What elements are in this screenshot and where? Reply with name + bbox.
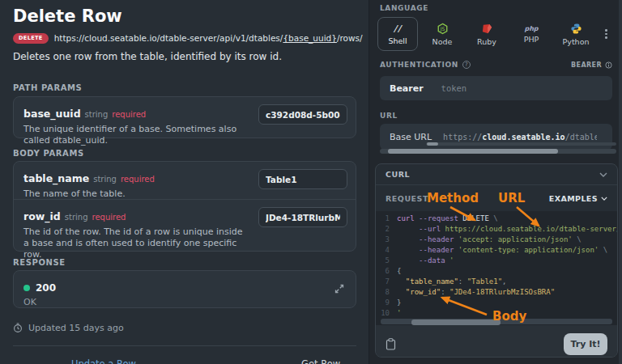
param-name: table_name bbox=[23, 172, 89, 184]
url-scrollbar-thumb[interactable] bbox=[388, 149, 558, 154]
code-text: "table_name": "Table1", bbox=[397, 277, 506, 287]
node-icon: JS bbox=[437, 23, 449, 35]
param-row-table-name: table_namestringrequired The name of the… bbox=[14, 162, 356, 199]
bearer-scheme-label: BEARER bbox=[571, 61, 602, 69]
try-it-button[interactable]: Try It! bbox=[564, 333, 607, 355]
response-heading: RESPONSE bbox=[13, 258, 66, 267]
code-line: 1curl --request DELETE \ bbox=[376, 214, 617, 224]
param-description: The unique identifier of a base. Sometim… bbox=[23, 124, 258, 146]
code-scrollbar-thumb[interactable] bbox=[411, 320, 501, 325]
chevron-down-icon[interactable] bbox=[599, 172, 607, 177]
language-tab-ruby[interactable]: Ruby bbox=[466, 17, 507, 51]
code-line: 3 --header 'accept: application/json' \ bbox=[376, 235, 617, 245]
base-url-field: Base URL https://cloud.seatable.io/dtabl… bbox=[380, 124, 612, 150]
line-number: 10 bbox=[376, 308, 397, 318]
language-tab-label: PHP bbox=[524, 35, 539, 44]
path-params-card: base_uuidstringrequired The unique ident… bbox=[13, 96, 356, 138]
endpoint-url-param-link[interactable]: {base_uuid} bbox=[283, 33, 337, 43]
chevron-down-icon bbox=[601, 197, 607, 201]
endpoint-row: DELETE https://cloud.seatable.io/dtable-… bbox=[13, 33, 361, 44]
param-type: string bbox=[65, 213, 88, 222]
curl-code-block: 1curl --request DELETE \ 2 --url https:/… bbox=[376, 211, 617, 318]
footer-next-link[interactable]: Get Row bbox=[301, 358, 340, 364]
language-tab-node[interactable]: JS Node bbox=[422, 17, 462, 51]
token-input[interactable] bbox=[441, 83, 563, 93]
path-params-heading: PATH PARAMS bbox=[13, 83, 82, 92]
endpoint-description: Deletes one row from the table, identifi… bbox=[13, 51, 282, 62]
svg-text:JS: JS bbox=[439, 25, 445, 32]
code-scrollbar-area bbox=[376, 318, 617, 325]
param-description: The name of the table. bbox=[23, 188, 250, 200]
param-row-base-uuid: base_uuidstringrequired The unique ident… bbox=[14, 97, 356, 154]
updated-row: Updated 15 days ago bbox=[13, 323, 124, 333]
http-method-badge: DELETE bbox=[13, 33, 49, 44]
status-code: 200 bbox=[36, 282, 56, 294]
language-tab-label: Ruby bbox=[477, 37, 496, 46]
code-text: --header 'accept: application/json' \ bbox=[397, 235, 582, 245]
line-number: 6 bbox=[376, 266, 397, 277]
param-type: string bbox=[85, 110, 109, 119]
language-tab-label: Python bbox=[563, 37, 590, 46]
language-tab-python[interactable]: Python bbox=[556, 17, 596, 51]
body-params-card: table_namestringrequired The name of the… bbox=[13, 161, 356, 252]
url-inner-scrollbar-thumb[interactable] bbox=[427, 142, 438, 146]
copy-clipboard-icon[interactable] bbox=[386, 338, 396, 350]
status-label: OK bbox=[23, 297, 346, 307]
language-tab-php[interactable]: php PHP bbox=[511, 17, 552, 51]
param-required-flag: required bbox=[112, 110, 146, 119]
curl-panel: CURL REQUEST EXAMPLES 1curl --request DE… bbox=[375, 163, 618, 358]
examples-dropdown[interactable]: EXAMPLES bbox=[549, 194, 607, 203]
row-id-input[interactable] bbox=[258, 207, 347, 227]
authentication-header-row: AUTHENTICATION ? BEARER bbox=[380, 61, 612, 69]
param-name: row_id bbox=[23, 210, 61, 222]
language-tab-shell[interactable]: // Shell bbox=[377, 17, 418, 51]
line-number: 3 bbox=[376, 235, 397, 245]
line-number: 4 bbox=[376, 245, 397, 256]
body-params-heading: BODY PARAMS bbox=[13, 149, 84, 158]
endpoint-url: https://cloud.seatable.io/dtable-server/… bbox=[54, 33, 363, 43]
code-playground-panel: LANGUAGE // Shell JS Node Ruby php PHP P… bbox=[369, 0, 622, 364]
code-line: 7 "table_name": "Table1", bbox=[376, 277, 617, 287]
base-url-value: https://cloud.seatable.io/dtable-server/… bbox=[443, 133, 597, 142]
auth-help-icon[interactable]: ? bbox=[462, 61, 471, 69]
base-url-scheme: https:// bbox=[443, 133, 482, 142]
code-text: } bbox=[397, 298, 401, 308]
ruby-icon bbox=[481, 23, 493, 35]
table-name-input[interactable] bbox=[258, 169, 347, 189]
python-icon bbox=[570, 23, 582, 35]
code-line: 10' bbox=[376, 308, 617, 318]
endpoint-url-prefix: https://cloud.seatable.io/dtable-server/… bbox=[54, 33, 283, 43]
footer-prev-link[interactable]: Update a Row bbox=[71, 358, 136, 364]
response-card[interactable]: 200 OK bbox=[13, 270, 356, 308]
param-name: base_uuid bbox=[23, 108, 81, 120]
line-number: 5 bbox=[376, 256, 397, 266]
examples-label: EXAMPLES bbox=[549, 194, 598, 203]
more-languages-icon[interactable] bbox=[605, 29, 607, 39]
code-line: 9} bbox=[376, 298, 617, 308]
param-required-flag: required bbox=[92, 213, 126, 222]
url-inner-scrollbar[interactable] bbox=[426, 142, 616, 146]
curl-header[interactable]: CURL bbox=[376, 164, 617, 185]
url-scrollbar[interactable] bbox=[380, 149, 616, 154]
code-text: curl --request DELETE \ bbox=[397, 214, 498, 224]
bearer-info-icon[interactable] bbox=[605, 61, 612, 69]
line-number: 7 bbox=[376, 277, 397, 287]
code-line: 2 --url https://cloud.seatable.io/dtable… bbox=[376, 224, 617, 235]
code-text: { bbox=[397, 266, 401, 277]
expand-response-icon[interactable] bbox=[334, 284, 344, 294]
page-scrollbar[interactable] bbox=[619, 0, 622, 364]
line-number: 9 bbox=[376, 298, 397, 308]
response-row: 200 OK bbox=[14, 271, 356, 315]
code-line: 4 --header 'content-type: application/js… bbox=[376, 245, 617, 256]
code-scrollbar[interactable] bbox=[381, 319, 612, 324]
base-uuid-input[interactable] bbox=[258, 104, 347, 125]
language-heading: LANGUAGE bbox=[380, 4, 428, 12]
base-url-host: cloud.seatable.io bbox=[482, 133, 564, 142]
param-required-flag: required bbox=[121, 175, 155, 184]
page-title: Delete Row bbox=[13, 6, 122, 26]
line-number: 2 bbox=[376, 224, 397, 235]
curl-toolbar: Try It! bbox=[376, 325, 617, 358]
request-row: REQUEST EXAMPLES bbox=[376, 185, 617, 211]
language-tabs: // Shell JS Node Ruby php PHP Python bbox=[377, 16, 616, 52]
base-url-label: Base URL bbox=[390, 132, 432, 142]
